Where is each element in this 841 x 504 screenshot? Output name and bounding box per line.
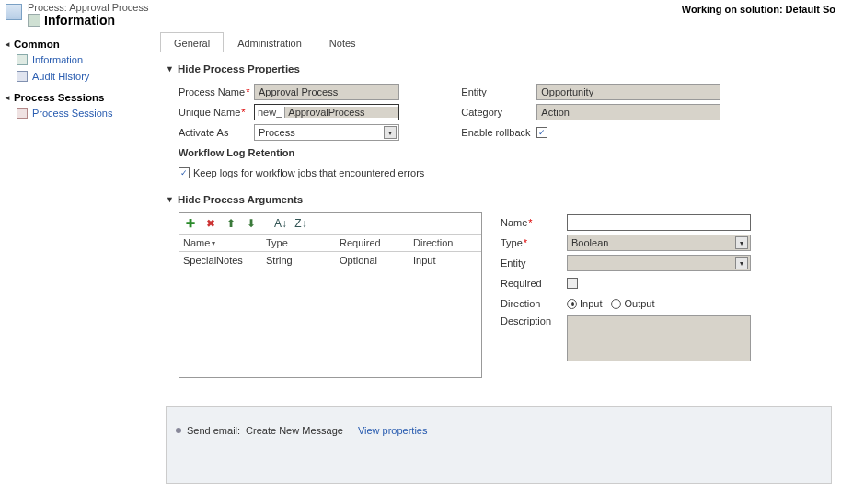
page-heading: Information	[44, 13, 115, 28]
section-process-properties-toggle[interactable]: ▼ Hide Process Properties	[166, 60, 832, 78]
process-title: Process: Approval Process	[28, 2, 148, 13]
cell-required: Optional	[340, 255, 377, 266]
nav-item-information[interactable]: Information	[4, 52, 152, 68]
entity-value: Opportunity	[541, 86, 593, 97]
view-properties-link[interactable]: View properties	[358, 425, 428, 436]
nav-section-sessions-label: Process Sessions	[14, 92, 104, 103]
sort-desc-button[interactable]: Z↓	[294, 216, 308, 231]
dropdown-button-icon[interactable]: ▾	[735, 236, 748, 249]
category-label: Category	[461, 107, 536, 118]
add-argument-button[interactable]: ✚	[183, 216, 198, 231]
information-icon	[28, 14, 40, 27]
dropdown-button-icon[interactable]: ▾	[384, 126, 397, 139]
tab-general[interactable]: General	[160, 32, 224, 52]
arg-description-label: Description	[501, 315, 567, 326]
arg-name-label: Name	[501, 217, 527, 228]
process-name-field[interactable]: Approval Process	[254, 84, 399, 100]
sort-caret-icon: ▾	[212, 239, 215, 247]
workflow-log-title: Workflow Log Retention	[179, 147, 294, 158]
section-process-arguments-label: Hide Process Arguments	[178, 194, 303, 205]
nav-section-common-label: Common	[14, 39, 60, 50]
keep-logs-checkbox[interactable]: ✓	[179, 167, 190, 178]
arg-type-label: Type	[501, 237, 523, 248]
arg-entity-select[interactable]: ▾	[567, 255, 751, 271]
collapse-icon: ▼	[166, 195, 174, 204]
col-header-direction[interactable]: Direction	[413, 237, 478, 248]
nav-item-audit-history[interactable]: Audit History	[4, 68, 152, 85]
caret-icon: ◄	[4, 40, 11, 49]
unique-name-field[interactable]: new_ ApprovalProcess	[254, 104, 399, 120]
tab-admin-label: Administration	[237, 38, 302, 49]
sort-asc-button[interactable]: A↓	[273, 216, 288, 231]
nav-section-common: ◄ Common	[4, 37, 152, 52]
tab-notes[interactable]: Notes	[316, 32, 370, 52]
rollback-checkbox[interactable]: ✓	[536, 127, 547, 138]
unique-name-value: ApprovalProcess	[284, 107, 398, 118]
col-header-required[interactable]: Required	[340, 237, 413, 248]
activate-as-value: Process	[259, 127, 295, 138]
direction-output-label: Output	[624, 298, 654, 309]
nav-item-process-sessions[interactable]: Process Sessions	[4, 105, 152, 121]
cell-name: SpecialNotes	[183, 255, 243, 266]
bullet-icon	[176, 428, 181, 433]
move-down-button[interactable]: ⬇	[244, 216, 259, 231]
table-row[interactable]: SpecialNotes String Optional Input	[179, 252, 481, 269]
nav-item-audit-label: Audit History	[32, 71, 89, 82]
arg-name-input[interactable]	[567, 214, 751, 231]
direction-output-radio[interactable]	[611, 299, 621, 309]
category-field: Action	[536, 104, 720, 120]
arguments-grid: ✚ ✖ ⬆ ⬇ A↓ Z↓ Name▾ Type Required Direct…	[179, 212, 482, 378]
col-header-type[interactable]: Type	[266, 237, 340, 248]
tab-administration[interactable]: Administration	[224, 32, 316, 52]
info-item-icon	[17, 54, 28, 65]
arg-required-label: Required	[501, 278, 567, 289]
step-name: Create New Message	[246, 425, 343, 436]
sessions-item-icon	[17, 108, 28, 119]
steps-panel: Send email: Create New Message View prop…	[166, 406, 832, 484]
collapse-icon: ▼	[166, 64, 174, 74]
move-up-button[interactable]: ⬆	[224, 216, 238, 231]
dropdown-button-icon[interactable]: ▾	[735, 257, 748, 269]
process-name-value: Approval Process	[259, 86, 338, 97]
arg-entity-label: Entity	[501, 258, 567, 269]
caret-icon: ◄	[4, 94, 11, 102]
left-sidebar: ◄ Common Information Audit History ◄ Pro…	[0, 31, 156, 502]
step-row[interactable]: Send email: Create New Message View prop…	[176, 425, 822, 436]
arg-direction-label: Direction	[501, 298, 567, 309]
step-prefix: Send email:	[187, 425, 240, 436]
nav-item-information-label: Information	[32, 54, 83, 65]
arg-description-textarea[interactable]	[567, 315, 751, 361]
activate-as-label: Activate As	[179, 127, 254, 138]
unique-name-prefix: new_	[255, 107, 284, 118]
entity-field: Opportunity	[536, 84, 720, 100]
keep-logs-label: Keep logs for workflow jobs that encount…	[193, 167, 424, 178]
working-on-label: Working on solution: Default So	[682, 2, 835, 28]
arg-type-value: Boolean	[571, 237, 608, 248]
rollback-label: Enable rollback	[461, 127, 536, 138]
nav-item-sessions-label: Process Sessions	[32, 108, 112, 119]
cell-direction: Input	[413, 255, 435, 266]
activate-as-select[interactable]: Process ▾	[254, 124, 399, 141]
section-process-arguments-toggle[interactable]: ▼ Hide Process Arguments	[166, 190, 832, 209]
col-header-name[interactable]: Name▾	[183, 237, 266, 248]
unique-name-label: Unique Name	[179, 107, 240, 118]
cell-type: String	[266, 255, 293, 266]
arg-required-checkbox[interactable]	[567, 278, 578, 289]
direction-input-radio[interactable]	[567, 299, 577, 309]
category-value: Action	[541, 107, 570, 118]
entity-label: Entity	[461, 86, 536, 97]
section-process-properties-label: Hide Process Properties	[178, 63, 300, 74]
delete-argument-button[interactable]: ✖	[203, 216, 218, 231]
process-name-label: Process Name	[179, 86, 245, 97]
arg-type-select[interactable]: Boolean ▾	[567, 235, 751, 251]
nav-section-sessions: ◄ Process Sessions	[4, 90, 152, 105]
audit-item-icon	[17, 71, 28, 82]
tab-notes-label: Notes	[329, 38, 356, 49]
direction-input-label: Input	[580, 298, 602, 309]
tab-general-label: General	[174, 38, 210, 49]
process-app-icon	[6, 4, 22, 20]
